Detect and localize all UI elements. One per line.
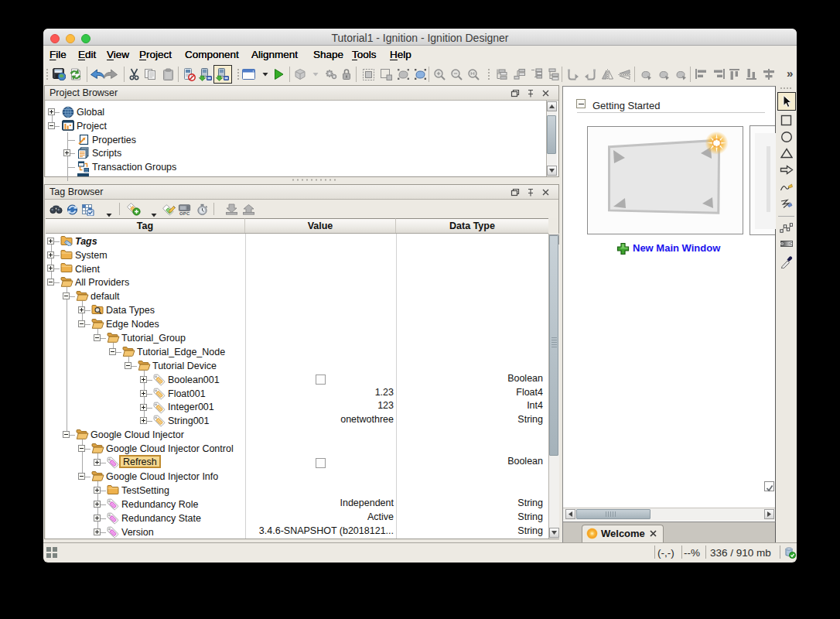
- svg-text:OPC: OPC: [179, 210, 190, 215]
